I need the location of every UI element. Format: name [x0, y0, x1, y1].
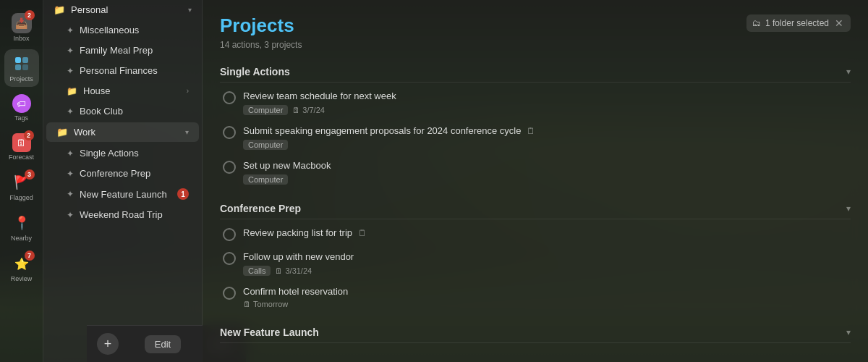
single-actions-section: Single Actions ▾ Review team schedule fo…: [220, 62, 851, 190]
list-item[interactable]: ✦ Personal Finances: [46, 61, 199, 80]
project-name: Family Meal Prep: [80, 45, 189, 56]
calendar-icon: 🗓: [243, 300, 251, 308]
svg-rect-3: [22, 64, 28, 70]
svg-rect-2: [15, 64, 21, 70]
task-checkbox[interactable]: [223, 161, 236, 174]
task-date: 🗓 Tomorrow: [243, 300, 288, 308]
list-item[interactable]: ✦ Miscellaneous: [46, 20, 199, 40]
new-feature-launch-section: New Feature Launch ▾: [220, 322, 851, 345]
task-tags: Calls 🗓 3/31/24: [243, 266, 848, 276]
single-actions-title: Single Actions: [220, 66, 290, 77]
task-name: Follow up with new vendor: [243, 251, 848, 264]
sidebar-item-forecast[interactable]: 🗓 2 Forecast: [4, 129, 39, 165]
task-item[interactable]: Follow up with new vendor Calls 🗓 3/31/2…: [220, 246, 851, 281]
task-content: Review packing list for trip 🗒: [243, 227, 848, 240]
conference-prep-chevron-icon: ▾: [846, 203, 851, 214]
task-item[interactable]: Submit speaking engagement proposals for…: [220, 120, 851, 155]
task-checkbox[interactable]: [223, 126, 236, 139]
app-container: 📥 2 Inbox Projects 🏷 Tags: [0, 0, 868, 362]
review-badge: 7: [25, 251, 35, 261]
feature-launch-badge: 1: [177, 188, 189, 200]
close-folder-filter-button[interactable]: ✕: [833, 17, 845, 29]
task-item[interactable]: Confirm hotel reservation 🗓 Tomorrow: [220, 281, 851, 314]
item-dot-icon: ✦: [67, 169, 74, 179]
add-project-button[interactable]: +: [97, 333, 119, 355]
work-group-header[interactable]: 📁 Work ▾: [46, 122, 199, 142]
list-item[interactable]: ✦ Single Actions: [46, 143, 199, 163]
icon-sidebar: 📥 2 Inbox Projects 🏷 Tags: [0, 0, 43, 362]
folder-icon-small: 🗂: [752, 18, 761, 28]
task-name: Set up new Macbook: [243, 160, 848, 172]
new-feature-launch-title: New Feature Launch: [220, 327, 319, 338]
personal-folder-icon: 📁: [54, 4, 65, 15]
work-chevron-icon: ▾: [185, 128, 189, 136]
page-title-row: Projects 🗂 1 folder selected ✕: [220, 14, 851, 37]
nearby-icon: 📍: [12, 213, 32, 233]
new-feature-launch-header[interactable]: New Feature Launch ▾: [220, 322, 851, 343]
task-content: Follow up with new vendor Calls 🗓 3/31/2…: [243, 251, 848, 276]
tags-label: Tags: [14, 114, 28, 122]
review-icon: ⭐ 7: [12, 253, 32, 274]
list-item[interactable]: ✦ Conference Prep: [46, 164, 199, 183]
sidebar-item-inbox[interactable]: 📥 2 Inbox: [4, 9, 39, 46]
svg-rect-1: [22, 57, 28, 63]
task-item[interactable]: Review team schedule for next week Compu…: [220, 85, 851, 120]
task-item[interactable]: Set up new Macbook Computer: [220, 155, 851, 190]
projects-panel: 📁 Personal ▾ ✦ Miscellaneous ✦ Family Me…: [43, 0, 203, 362]
list-item[interactable]: ✦ Book Club: [46, 101, 199, 121]
task-checkbox[interactable]: [223, 252, 236, 265]
work-group-name: Work: [74, 127, 95, 138]
inbox-badge: 2: [25, 10, 35, 20]
tag-pill: Computer: [243, 105, 288, 115]
page-meta: 14 actions, 3 projects: [220, 40, 851, 50]
task-date: 🗓 3/7/24: [292, 106, 325, 114]
list-item[interactable]: 📁 House ›: [46, 81, 199, 101]
sidebar-item-tags[interactable]: 🏷 Tags: [4, 90, 39, 126]
sidebar-item-projects[interactable]: Projects: [4, 49, 39, 87]
single-actions-header[interactable]: Single Actions ▾: [220, 62, 851, 83]
project-name: Book Club: [80, 106, 189, 117]
list-item[interactable]: ✦ Weekend Road Trip: [46, 205, 199, 224]
review-label: Review: [11, 275, 33, 282]
note-icon: 🗒: [527, 126, 535, 136]
task-name: Submit speaking engagement proposals for…: [243, 125, 848, 138]
task-content: Review team schedule for next week Compu…: [243, 90, 848, 115]
project-name: Miscellaneous: [80, 25, 189, 35]
projects-label: Projects: [9, 75, 33, 83]
edit-button[interactable]: Edit: [145, 335, 181, 353]
page-title: Projects: [220, 14, 294, 37]
folder-selected-badge: 🗂 1 folder selected ✕: [746, 14, 851, 32]
conference-prep-header[interactable]: Conference Prep ▾: [220, 198, 851, 219]
item-dot-icon: ✦: [67, 106, 74, 117]
task-checkbox[interactable]: [223, 228, 236, 241]
item-dot-icon: ✦: [67, 189, 74, 199]
sidebar-item-flagged[interactable]: 🚩 3 Flagged: [4, 168, 39, 206]
task-content: Set up new Macbook Computer: [243, 160, 848, 185]
work-group: 📁 Work ▾ ✦ Single Actions ✦ Conference P…: [43, 122, 202, 224]
work-folder-icon: 📁: [56, 127, 68, 138]
task-content: Confirm hotel reservation 🗓 Tomorrow: [243, 286, 848, 309]
project-name: Single Actions: [80, 148, 189, 159]
task-tags: Computer: [243, 140, 848, 150]
task-item[interactable]: Review packing list for trip 🗒: [220, 222, 851, 246]
forecast-icon: 🗓 2: [12, 133, 31, 152]
list-item[interactable]: ✦ Family Meal Prep: [46, 41, 199, 60]
tag-pill: Calls: [243, 266, 271, 276]
main-content: Projects 🗂 1 folder selected ✕ 14 action…: [203, 0, 868, 362]
sidebar-item-review[interactable]: ⭐ 7 Review: [4, 249, 39, 287]
item-dot-icon: ✦: [67, 46, 74, 56]
item-dot-icon: ✦: [67, 25, 74, 35]
personal-group-header[interactable]: 📁 Personal ▾: [43, 0, 202, 20]
list-item[interactable]: ✦ New Feature Launch 1: [46, 184, 199, 204]
calendar-icon: 🗓: [292, 106, 300, 114]
item-dot-icon: ✦: [67, 66, 74, 76]
sidebar-item-nearby[interactable]: 📍 Nearby: [4, 209, 39, 246]
personal-group: 📁 Personal ▾ ✦ Miscellaneous ✦ Family Me…: [43, 0, 202, 121]
task-name: Review team schedule for next week: [243, 90, 848, 103]
project-name: New Feature Launch: [80, 189, 171, 200]
projects-icon: [12, 54, 32, 74]
personal-group-header-left: 📁 Personal: [54, 4, 108, 15]
task-checkbox[interactable]: [223, 287, 236, 300]
svg-rect-0: [15, 57, 21, 63]
task-checkbox[interactable]: [223, 91, 236, 104]
